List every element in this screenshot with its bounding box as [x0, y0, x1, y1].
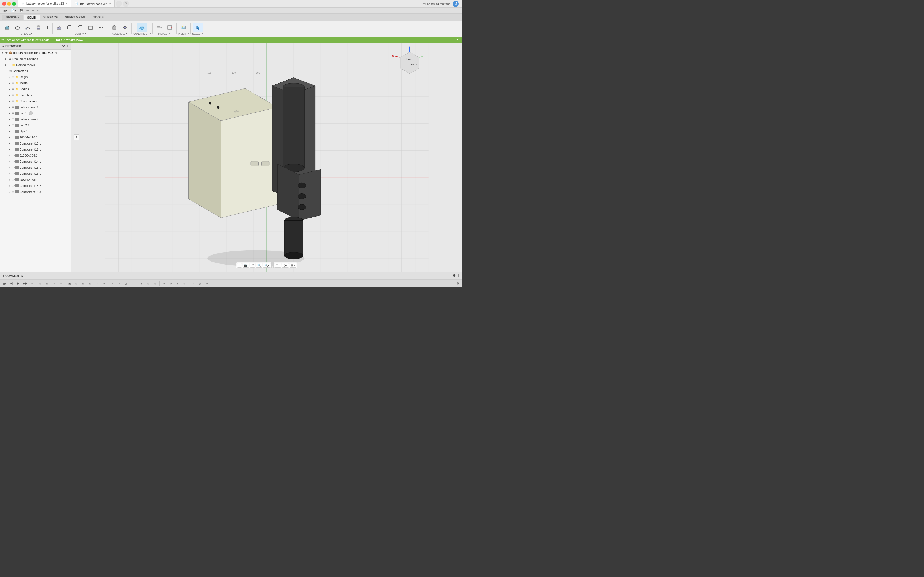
construction-arrow[interactable]: ▶	[8, 100, 11, 103]
tab-surface[interactable]: SURFACE	[40, 15, 61, 20]
doc-settings-arrow[interactable]: ▶	[5, 57, 8, 60]
timeline-btn-2[interactable]: ⊞	[44, 280, 51, 287]
eye-icon-cap-1[interactable]: 👁	[12, 112, 15, 115]
inspect-label[interactable]: INSPECT ▾	[158, 32, 171, 35]
bottom-btn-24[interactable]: ⊚	[204, 280, 210, 287]
browser-item-named-views[interactable]: ▶ — 📁 Named Views	[0, 62, 71, 68]
bottom-btn-6[interactable]: ⊡	[73, 280, 80, 287]
eye-icon-origin[interactable]: 👁	[12, 76, 15, 79]
app-menu-button[interactable]: ⊞▾	[2, 9, 8, 12]
section-analysis-button[interactable]	[165, 23, 174, 32]
browser-item-joints[interactable]: ▶ 👁 📁 Joints	[0, 80, 71, 86]
zoom-button[interactable]: 🔍	[256, 263, 262, 268]
modify-label[interactable]: MODIFY ▾	[74, 32, 86, 35]
bottom-btn-15[interactable]: ⊞	[138, 280, 145, 287]
select-button[interactable]	[193, 23, 203, 32]
tab-battery-case[interactable]: 📄 10s Battery case v8* ✕	[71, 0, 115, 7]
extrude-button[interactable]	[2, 23, 12, 32]
eye-icon-pipe-1[interactable]: 👁	[12, 130, 15, 133]
undo-history-button[interactable]: ▾	[36, 9, 40, 12]
tab-tools[interactable]: TOOLS	[90, 15, 107, 20]
play-button[interactable]: ▶	[15, 280, 21, 287]
eye-icon-component11[interactable]: 👁	[12, 148, 15, 151]
design-dropdown[interactable]: DESIGN ▾	[2, 15, 23, 20]
component18-2-arrow[interactable]: ▶	[8, 184, 11, 187]
eye-icon-component16[interactable]: 👁	[12, 172, 15, 175]
component14-arrow[interactable]: ▶	[8, 160, 11, 163]
battery-case-2-arrow[interactable]: ▶	[8, 118, 11, 121]
eye-icon-joints[interactable]: 👁	[12, 82, 15, 85]
browser-item-component11[interactable]: ▶ 👁 Component11:1	[0, 147, 71, 153]
side-tool-1[interactable]: ✦	[74, 134, 79, 140]
insert-image-button[interactable]	[178, 23, 188, 32]
bottom-btn-12[interactable]: ◁	[116, 280, 123, 287]
chamfer-button[interactable]	[75, 23, 85, 32]
component18-3-arrow[interactable]: ▶	[8, 190, 11, 193]
comments-collapse-button[interactable]: ◀	[2, 274, 4, 277]
bottom-btn-9[interactable]: ↕	[94, 280, 100, 287]
eye-icon-component15[interactable]: 👁	[12, 166, 15, 169]
eye-icon-bodies[interactable]: 👁	[12, 88, 15, 91]
component16-arrow[interactable]: ▶	[8, 172, 11, 175]
browser-item-battery-case-2[interactable]: ▶ 👁 battery case 2:1	[0, 116, 71, 122]
browser-item-component16[interactable]: ▶ 👁 Component16:1	[0, 171, 71, 177]
joints-arrow[interactable]: ▶	[8, 81, 11, 85]
sweep-button[interactable]	[23, 23, 33, 32]
construct-plane-button[interactable]	[137, 23, 147, 32]
browser-item-cap-2[interactable]: ▶ 👁 cap 2:1	[0, 122, 71, 128]
tab-sheet-metal[interactable]: SHEET METAL	[61, 15, 89, 20]
battery-case-1-arrow[interactable]: ▶	[8, 105, 11, 109]
timeline-btn-3[interactable]: ↔	[51, 280, 58, 287]
component15-arrow[interactable]: ▶	[8, 166, 11, 169]
eye-icon-construction[interactable]: 👁	[12, 100, 15, 103]
browser-item-component18-3[interactable]: ▶ 👁 Component18:3	[0, 189, 71, 195]
bottom-btn-16[interactable]: ⊡	[145, 280, 152, 287]
maximize-window-button[interactable]	[12, 2, 16, 6]
comments-settings-button[interactable]: ⚙	[453, 274, 456, 277]
timeline-btn-1[interactable]: ⊟	[37, 280, 44, 287]
bottom-btn-11[interactable]: ▷	[109, 280, 116, 287]
browser-item-sketches[interactable]: ▶ 👁 📁 Sketches	[0, 92, 71, 98]
eye-icon-cap-2[interactable]: 👁	[12, 124, 15, 127]
eye-icon-90s91[interactable]: 👁	[12, 178, 15, 181]
bottom-btn-17[interactable]: ⊟	[152, 280, 159, 287]
create-more-button[interactable]	[44, 23, 51, 32]
sketches-arrow[interactable]: ▶	[8, 93, 11, 97]
browser-item-construction[interactable]: ▶ 👁 📁 Construction	[0, 98, 71, 104]
eye-icon-96144[interactable]: 👁	[12, 136, 15, 139]
orbit-button[interactable]: ↺	[250, 263, 255, 268]
press-pull-button[interactable]	[54, 23, 64, 32]
timeline-btn-4[interactable]: ⊕	[58, 280, 65, 287]
bottom-btn-14[interactable]: ▽	[130, 280, 136, 287]
help-button[interactable]: ?	[123, 1, 129, 7]
insert-label[interactable]: INSERT ▾	[178, 32, 189, 35]
browser-item-96144a120[interactable]: ▶ 👁 96144A120:1	[0, 134, 71, 140]
root-eye-icon[interactable]: 👁	[5, 52, 8, 55]
last-frame-button[interactable]: ⏭	[29, 280, 35, 287]
component10-arrow[interactable]: ▶	[8, 142, 11, 145]
visual-style-button[interactable]: ◑▾	[282, 263, 289, 268]
close-window-button[interactable]	[2, 2, 6, 6]
browser-settings-button[interactable]: ⚙	[62, 44, 65, 48]
close-tab-2[interactable]: ✕	[109, 2, 111, 5]
cap-1-arrow[interactable]: ▶	[8, 111, 11, 115]
browser-item-component18-2[interactable]: ▶ 👁 Component18:2	[0, 183, 71, 189]
browser-collapse-button[interactable]: ◀	[2, 45, 4, 48]
close-tab-1[interactable]: ✕	[65, 2, 68, 5]
91290-arrow[interactable]: ▶	[8, 154, 11, 157]
fillet-button[interactable]	[65, 23, 74, 32]
bodies-arrow[interactable]: ▶	[8, 87, 11, 91]
browser-item-doc-settings[interactable]: ▶ ⚙ Document Settings	[0, 56, 71, 62]
save-button[interactable]: 💾	[19, 9, 24, 12]
browser-item-battery-case-1[interactable]: ▶ 👁 battery case:1	[0, 104, 71, 110]
first-frame-button[interactable]: ⏮	[1, 280, 8, 287]
joint-button[interactable]	[120, 23, 130, 32]
banner-close-button[interactable]: ✕	[454, 38, 461, 42]
eye-icon-91290[interactable]: 👁	[12, 154, 15, 157]
shell-button[interactable]	[86, 23, 95, 32]
bottom-btn-13[interactable]: △	[123, 280, 129, 287]
bottom-btn-21[interactable]: ⊘	[181, 280, 188, 287]
comments-resize-handle[interactable]: ⋮	[457, 274, 460, 277]
new-tab-button[interactable]: +	[116, 1, 122, 7]
eye-icon-battery-case-1[interactable]: 👁	[12, 106, 15, 109]
